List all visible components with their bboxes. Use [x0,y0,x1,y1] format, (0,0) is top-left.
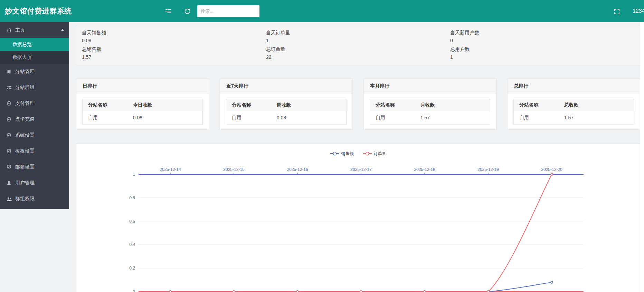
search-input[interactable] [197,5,259,17]
svg-text:2025-12-17: 2025-12-17 [350,167,372,172]
amount-cell: 1.57 [564,115,634,120]
svg-text:0.6: 0.6 [129,219,135,224]
ranking-table: 分站名称今日收款自用0.08 [82,99,203,125]
amount-cell: 0.08 [133,115,202,120]
sidebar-item-4[interactable]: 点卡充值 [0,111,69,127]
sidebar-item-3[interactable]: 支付管理 [0,95,69,111]
sidebar-item-7[interactable]: 邮箱设置 [0,159,69,175]
legend-label: 订单量 [374,151,386,157]
ranking-card-title: 近7天排行 [220,79,352,93]
svg-text:2025-12-19: 2025-12-19 [477,167,499,172]
ranking-card-title: 日排行 [76,79,209,93]
sidebar-item-label: 分站管理 [15,69,35,75]
column-header: 分站名称 [83,102,133,108]
legend-item-0[interactable]: 销售额 [330,151,354,157]
scrollbar-track[interactable] [640,22,644,292]
ranking-card-2: 本月排行分站名称月收款自用1.57 [363,79,496,130]
column-header: 周收款 [277,102,346,108]
main-content: 当天销售额0.08当天订单量1当天新用户数0总销售额1.57总订单量22总用户数… [76,22,640,292]
sidebar-item-label: 支付管理 [15,100,35,107]
fullscreen-icon[interactable] [613,8,621,15]
legend-label: 销售额 [341,151,354,157]
home-icon [7,28,13,33]
stat-cell-5: 总用户数1 [450,46,634,61]
ranking-card-body: 分站名称今日收款自用0.08 [76,93,209,129]
svg-text:1: 1 [133,172,135,177]
stat-label: 总销售额 [82,46,266,53]
sidebar-item-6[interactable]: 模板设置 [0,143,69,159]
stat-value: 0 [450,38,634,43]
stat-label: 总订单量 [266,46,450,53]
stat-value: 22 [266,54,450,60]
stat-value: 0.08 [82,38,266,43]
amount-cell: 0.08 [277,115,346,120]
shield-check-icon [7,165,13,170]
svg-text:2025-12-18: 2025-12-18 [414,167,435,172]
sliders-icon [7,85,13,90]
ranking-card-title: 本月排行 [364,79,496,93]
ranking-table-header: 分站名称总收款 [514,99,634,111]
sidebar-item-5[interactable]: 系统设置 [0,127,69,143]
stat-value: 1.57 [82,54,266,60]
sidebar-item-8[interactable]: 用户管理 [0,175,69,191]
ranking-table: 分站名称周收款自用0.08 [226,99,347,125]
sidebar-item-label: 邮箱设置 [15,164,35,170]
svg-text:0.4: 0.4 [129,242,135,247]
svg-text:2025-12-16: 2025-12-16 [287,167,308,172]
app-title: 妙文馆付费进群系统 [5,0,72,22]
sidebar-item-label: 点卡充值 [15,116,35,122]
site-name-cell: 自用 [514,115,564,121]
sidebar-subitem-label: 数据总览 [12,42,32,48]
stat-cell-2: 当天新用户数0 [450,30,634,44]
stat-cell-0: 当天销售额0.08 [82,30,266,44]
sidebar-item-label: 群组权限 [15,196,35,202]
username-menu[interactable]: 12345 [633,0,644,22]
sidebar-subitem-label: 数据大屏 [12,54,32,61]
sidebar-nav: 主页数据总览数据大屏分站管理分站群组支付管理点卡充值系统设置模板设置邮箱设置用户… [0,22,69,209]
site-name-cell: 自用 [370,115,420,121]
chart-legend: 销售额订单量 [76,151,640,156]
sidebar-item-9[interactable]: 群组权限 [0,191,69,207]
sidebar-item-2[interactable]: 分站群组 [0,80,69,95]
refresh-icon[interactable] [183,8,191,15]
svg-text:2025-12-15: 2025-12-15 [223,167,245,172]
ranking-card-body: 分站名称总收款自用1.57 [508,93,640,129]
legend-item-1[interactable]: 订单量 [363,151,386,157]
svg-text:0: 0 [133,289,135,292]
table-row: 自用1.57 [370,111,490,124]
stat-label: 总用户数 [450,46,634,53]
sidebar-item-label: 分站群组 [15,84,35,91]
ranking-card-body: 分站名称周收款自用0.08 [220,93,352,129]
shield-check-icon [7,149,13,154]
column-header: 分站名称 [370,102,420,108]
app-header: 妙文馆付费进群系统 12345 [0,0,644,22]
table-row: 自用1.57 [514,111,634,124]
sidebar-item-label: 用户管理 [15,180,35,186]
sidebar-submenu: 数据总览数据大屏 [0,38,69,64]
stat-value: 1 [266,38,450,43]
stats-panel: 当天销售额0.08当天订单量1当天新用户数0总销售额1.57总订单量22总用户数… [76,25,640,66]
amount-cell: 1.57 [420,115,490,120]
sidebar-item-0[interactable]: 主页 [0,22,69,38]
sidebar-item-1[interactable]: 分站管理 [0,64,69,80]
sales-orders-chart-card: 销售额订单量 00.20.40.60.812025-12-142025-12-1… [76,144,640,292]
sidebar-subitem-1[interactable]: 数据大屏 [0,51,69,64]
stat-cell-3: 总销售额1.57 [82,46,266,61]
column-header: 分站名称 [514,102,564,108]
collapse-sidebar-icon[interactable] [164,8,172,15]
stat-label: 当天订单量 [266,30,450,36]
svg-text:2025-12-20: 2025-12-20 [541,167,562,172]
stat-cell-1: 当天订单量1 [266,30,450,44]
ranking-card-title: 总排行 [508,79,640,93]
stat-cell-4: 总订单量22 [266,46,450,61]
legend-line-marker-icon [363,152,372,156]
svg-text:2025-12-14: 2025-12-14 [160,167,181,172]
legend-line-marker-icon [330,152,339,156]
column-header: 分站名称 [226,102,277,108]
ranking-table: 分站名称月收款自用1.57 [370,99,490,125]
sidebar-subitem-0[interactable]: 数据总览 [0,38,69,51]
stat-label: 当天销售额 [82,30,266,36]
column-header: 今日收款 [133,102,202,108]
chevron-up-icon [61,29,64,31]
site-name-cell: 自用 [226,115,277,121]
